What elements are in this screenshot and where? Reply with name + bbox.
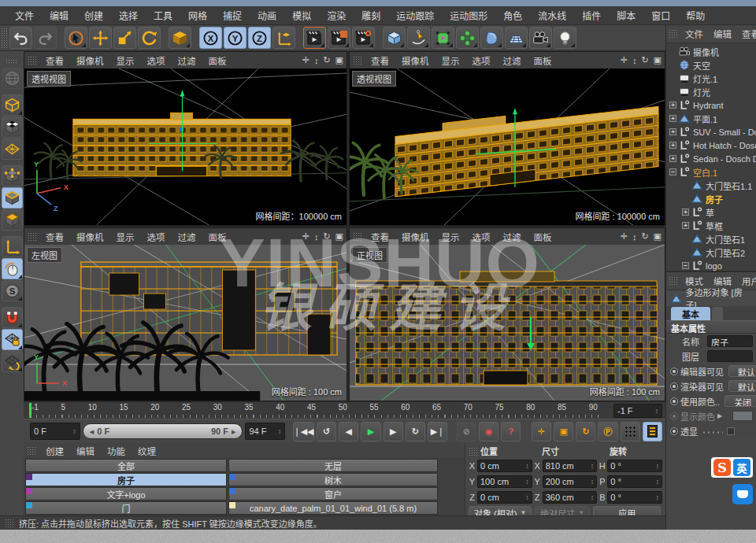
om-menu-edit[interactable]: 编辑 — [709, 26, 736, 42]
size-z-field[interactable]: 360 cm↕ — [543, 491, 598, 504]
filmstrip-button[interactable] — [643, 422, 662, 441]
vp-menu-filter[interactable]: 过滤 — [172, 53, 202, 68]
layers-menu-texture[interactable]: 纹理 — [132, 443, 161, 459]
vp-menu-camera[interactable]: 摄像机 — [71, 229, 109, 245]
key-position-button[interactable]: ✛ — [532, 422, 551, 441]
display-color-radio[interactable] — [670, 412, 678, 420]
menu-create[interactable]: 创建 — [77, 6, 110, 24]
sogou-ime-bar[interactable]: S 英 — [711, 457, 753, 478]
render-picture-viewer-button[interactable] — [328, 27, 350, 49]
render-visible-dropdown[interactable]: 默认 — [728, 380, 756, 392]
menu-select[interactable]: 选择 — [112, 6, 145, 24]
vp-menu-view[interactable]: 查看 — [365, 53, 395, 68]
attribute-manager-grip[interactable] — [669, 276, 678, 286]
undo-button[interactable] — [9, 27, 32, 49]
xray-checkbox[interactable] — [727, 427, 735, 435]
vp-zoom-icon[interactable]: ↕ — [632, 56, 637, 65]
menu-mesh[interactable]: 网格 — [181, 6, 214, 24]
layer-cell-house[interactable]: 房子 — [25, 473, 227, 486]
vp-toggle-icon[interactable]: ▣ — [335, 231, 343, 242]
snap-button[interactable] — [2, 307, 23, 328]
camera-button[interactable] — [529, 27, 552, 49]
expand-icon[interactable]: + — [682, 222, 689, 229]
vp-menu-camera[interactable]: 摄像机 — [396, 53, 435, 68]
tree-item-null1[interactable]: −空白.1 — [666, 165, 756, 179]
autokey-button[interactable]: ◉ — [479, 422, 498, 441]
sogou-logo-icon[interactable]: S — [713, 459, 731, 476]
vp-menu-display[interactable]: 显示 — [436, 229, 465, 245]
tree-item-plane1[interactable]: +平面.1 — [666, 112, 756, 125]
viewport-front-ortho[interactable]: 查看 摄像机 显示 选项 过滤 面板 ✛↕↻▣ 正视图 — [349, 227, 665, 401]
z-axis-lock-button[interactable]: Z — [248, 27, 271, 49]
name-input[interactable]: 房子 — [707, 335, 753, 347]
tree-item-house[interactable]: 房子 — [666, 192, 756, 205]
vp-zoom-icon[interactable]: ↕ — [314, 56, 319, 65]
enable-axis-button[interactable] — [2, 236, 23, 257]
menu-sculpt[interactable]: 雕刻 — [354, 6, 387, 24]
menu-animate[interactable]: 动画 — [250, 6, 284, 24]
edges-mode-button[interactable] — [2, 187, 23, 209]
viewport-perspective-1[interactable]: 查看 摄像机 显示 选项 过滤 面板 ✛↕↻▣ 透视视图 — [24, 51, 347, 226]
layer-panel-grip[interactable] — [27, 446, 36, 456]
viewport3-canvas[interactable]: 左视图 — [24, 245, 346, 401]
vp-menu-view[interactable]: 查看 — [40, 229, 69, 245]
record-disabled-button[interactable]: ⊘ — [457, 422, 476, 441]
vp-menu-filter[interactable]: 过滤 — [172, 229, 202, 245]
palette-grip[interactable] — [6, 59, 18, 65]
lock-workplane-button[interactable] — [2, 329, 23, 350]
coords-grip[interactable] — [469, 447, 477, 456]
key-rotation-button[interactable]: ↻ — [576, 422, 595, 441]
primitive-cube-button[interactable] — [383, 27, 406, 49]
expand-icon[interactable]: + — [669, 128, 676, 135]
render-visible-radio[interactable] — [670, 382, 678, 390]
vp-menu-panel[interactable]: 面板 — [528, 229, 558, 245]
vp-menu-view[interactable]: 查看 — [365, 229, 395, 245]
tree-item-hydrant[interactable]: +Hydrant — [666, 98, 756, 112]
layer-cell-nolayer[interactable]: 无层 — [228, 459, 438, 472]
workplane-mode-button[interactable] — [2, 139, 23, 160]
viewport2-canvas[interactable]: 透视视图 — [350, 68, 665, 225]
tree-item-sky[interactable]: 天空 — [666, 58, 756, 72]
viewport1-grip[interactable] — [28, 56, 37, 65]
viewport2-grip[interactable] — [353, 56, 362, 65]
keyframe-selection-button[interactable] — [621, 422, 640, 441]
menu-window[interactable]: 窗口 — [644, 6, 677, 24]
editor-visible-radio[interactable] — [670, 368, 678, 375]
vp-menu-options[interactable]: 选项 — [142, 229, 171, 245]
menu-mograph[interactable]: 运动图形 — [443, 6, 495, 24]
menu-simulate[interactable]: 模拟 — [285, 6, 318, 24]
vp-menu-panel[interactable]: 面板 — [203, 53, 232, 68]
current-frame-field[interactable]: 0 F↕ — [30, 423, 80, 440]
play-forward-button[interactable]: ▶ — [361, 422, 380, 441]
viewport-left-ortho[interactable]: 查看 摄像机 显示 选项 过滤 面板 ✛↕↻▣ 左视图 — [24, 227, 347, 401]
live-selection-button[interactable] — [65, 27, 87, 49]
spline-pen-button[interactable] — [407, 27, 430, 49]
collapse-icon[interactable]: − — [682, 262, 689, 269]
tree-item-suv[interactable]: +SUV - Small - Dosch — [666, 125, 756, 139]
menu-pipeline[interactable]: 流水线 — [531, 6, 573, 24]
menu-edit[interactable]: 编辑 — [43, 6, 76, 24]
goto-end-button[interactable]: ▶❘ — [428, 422, 447, 441]
expand-icon[interactable]: + — [682, 209, 689, 216]
vp-menu-filter[interactable]: 过滤 — [498, 53, 527, 68]
timeline-offset-field[interactable]: -1 F↕ — [613, 404, 662, 418]
layer-cell-windows[interactable]: 窗户 — [228, 487, 438, 501]
layer-input[interactable] — [707, 350, 753, 362]
layer-cell-text-logo[interactable]: 文字+logo — [25, 487, 227, 501]
layers-menu-function[interactable]: 功能 — [102, 443, 131, 459]
menu-plugins[interactable]: 插件 — [575, 6, 608, 24]
rot-h-field[interactable]: 0 °↕ — [607, 460, 662, 472]
use-color-radio[interactable] — [670, 397, 678, 405]
expand-icon[interactable]: + — [669, 115, 676, 122]
y-axis-lock-button[interactable]: Y — [224, 27, 246, 49]
menu-script[interactable]: 脚本 — [610, 6, 643, 24]
texture-mode-button[interactable] — [2, 116, 23, 138]
keyframe-help-button[interactable]: ? — [501, 422, 521, 441]
tree-item-grassframe[interactable]: +草框 — [666, 219, 756, 232]
tree-item-sedan[interactable]: +Sedan - Dosch Des — [666, 152, 756, 165]
tree-item-hothatch[interactable]: +Hot Hatch - Dosch — [666, 139, 756, 152]
ime-language-toggle[interactable]: 英 — [733, 459, 750, 476]
collapse-icon[interactable]: − — [669, 168, 676, 175]
om-menu-file[interactable]: 文件 — [680, 26, 708, 42]
tree-item-grass[interactable]: +草 — [666, 205, 756, 219]
